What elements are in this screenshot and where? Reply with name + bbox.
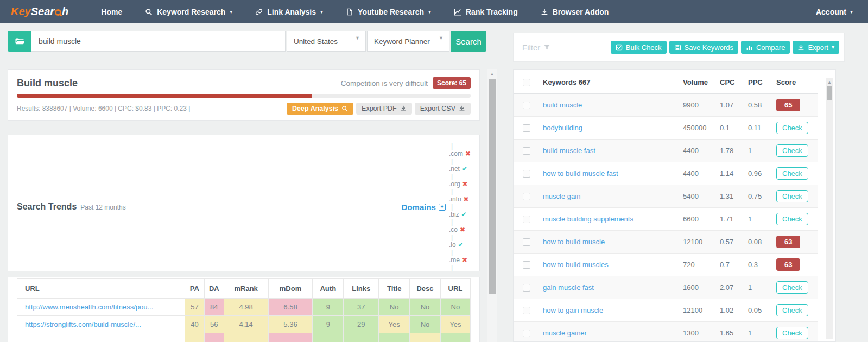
search-button[interactable]: Search [451, 31, 486, 52]
filter-toggle[interactable]: Filter [522, 43, 550, 52]
domain--com[interactable]: .com✖ [449, 150, 471, 157]
keyword-checkbox[interactable] [523, 147, 530, 155]
keyword-checkbox[interactable] [523, 238, 530, 246]
chart-line-icon [454, 8, 461, 16]
domains-toggle[interactable]: Domains + [402, 202, 446, 212]
compare-label: Compare [756, 43, 785, 52]
url-cell: http://www.menshealth.com/fitness/pou... [17, 299, 185, 316]
cross-icon: ✖ [460, 226, 465, 233]
separator: | [451, 142, 453, 150]
domain--io[interactable]: .io✔ [449, 241, 471, 249]
keyword-row: how to build muscle121000.570.0863 [514, 231, 818, 254]
ppc-cell: 0.75 [746, 185, 774, 208]
keyword-checkbox[interactable] [523, 284, 530, 292]
account-menu[interactable]: Account ▾ [816, 8, 868, 16]
keyword-link[interactable]: bodybuilding [543, 124, 582, 132]
compare-button[interactable]: Compare [741, 41, 790, 54]
result-url-link[interactable]: http://www.menshealth.com/fitness/pou... [25, 303, 153, 311]
keyword-link[interactable]: muscle gainer [543, 329, 587, 337]
check-score-button[interactable]: Check [776, 327, 808, 339]
keyword-search-input[interactable] [31, 31, 286, 52]
score-cell: Check [774, 322, 818, 342]
filter-label: Filter [522, 43, 540, 52]
domain--me[interactable]: .me✖ [449, 256, 471, 264]
nav-item-browser-addon[interactable]: Browser Addon [541, 8, 609, 16]
table-row: http://www.menshealth.com/fitness/pou...… [17, 299, 471, 316]
score-cell: Check [774, 208, 818, 231]
save-keywords-button[interactable]: Save Keywords [669, 41, 738, 54]
keyword-link[interactable]: build muscle fast [543, 147, 595, 155]
keywords-header-row: Keywords 667 Volume CPC PPC Score [514, 70, 818, 94]
country-select[interactable]: United States ▼ [287, 31, 366, 52]
metric-cell: 56 [204, 316, 224, 333]
domain-tld: .info [449, 195, 461, 203]
scroll-up-arrow-icon[interactable]: ▲ [826, 80, 833, 85]
metric-cell: No [379, 299, 410, 316]
cpc-cell: 0.1 [718, 117, 746, 140]
keyword-row: build muscle99001.070.5865 [514, 94, 818, 117]
keyword-cell: gain muscle fast [541, 276, 681, 299]
keyword-link[interactable]: gain muscle fast [543, 283, 594, 292]
check-score-button[interactable]: Check [776, 167, 808, 180]
logo-sear: Sear [31, 5, 54, 17]
check-score-button[interactable]: Check [776, 122, 808, 134]
keyword-row: gain muscle fast16002.071Check [514, 276, 818, 299]
keyword-link[interactable]: muscle gain [543, 192, 580, 200]
cpc-cell: 1.65 [718, 322, 746, 342]
domain--org[interactable]: .org✖ [449, 180, 471, 188]
nav-item-home[interactable]: Home [101, 8, 122, 16]
scrollbar-thumb[interactable] [489, 79, 496, 294]
keyword-checkbox[interactable] [523, 307, 530, 314]
check-score-button[interactable]: Check [776, 304, 808, 316]
keyword-checkbox[interactable] [523, 124, 530, 132]
nav-item-keyword-research[interactable]: Keyword Research▾ [145, 8, 232, 16]
trends-subtitle: Past 12 months [80, 204, 125, 211]
keyword-checkbox[interactable] [523, 216, 530, 223]
keyword-checkbox[interactable] [523, 102, 530, 109]
check-score-button[interactable]: Check [776, 213, 808, 225]
check-score-button[interactable]: Check [776, 144, 808, 157]
scrollbar-thumb[interactable] [827, 86, 832, 100]
scroll-up-arrow-icon[interactable]: ▲ [487, 72, 497, 77]
domain--info[interactable]: .info✖ [449, 195, 471, 203]
check-score-button[interactable]: Check [776, 190, 808, 202]
nav-item-link-analysis[interactable]: Link Analysis▾ [255, 8, 323, 16]
ppc-header: PPC [746, 70, 774, 94]
keyword-checkbox[interactable] [523, 330, 530, 337]
keyword-checkbox[interactable] [523, 261, 530, 269]
export-csv-button[interactable]: Export CSV [415, 103, 471, 115]
domain--net[interactable]: .net✔ [449, 165, 471, 173]
cpc-cell: 1.71 [718, 208, 746, 231]
keyword-link[interactable]: muscle building supplements [543, 215, 633, 223]
check-score-button[interactable]: Check [776, 281, 808, 294]
export-pdf-button[interactable]: Export PDF [356, 103, 412, 115]
bulk-check-button[interactable]: Bulk Check [611, 41, 667, 54]
deep-analysis-button[interactable]: Deep Analysis [287, 103, 353, 115]
keyword-link[interactable]: build muscle [543, 101, 582, 109]
cross-icon: ✖ [464, 195, 469, 203]
chevron-down-icon: ▾ [230, 9, 232, 15]
keyword-link[interactable]: how to build muscle [543, 238, 605, 246]
metric-cell: Yes [379, 316, 410, 333]
keyword-checkbox[interactable] [523, 193, 530, 200]
keysearch-logo[interactable]: KeySearh [0, 5, 83, 18]
keyword-link[interactable]: how to build muscles [543, 261, 609, 269]
checkbox-cell [514, 94, 541, 117]
separator: | [451, 157, 453, 165]
checkbox-cell [514, 162, 541, 185]
keywords-count-header: Keywords 667 [541, 70, 681, 94]
result-url-link[interactable]: https://stronglifts.com/build-muscle/... [25, 320, 141, 328]
domain--biz[interactable]: .biz✔ [449, 211, 471, 218]
nav-item-youtube-research[interactable]: Youtube Research▾ [346, 8, 431, 16]
keyword-checkbox[interactable] [523, 170, 530, 178]
keyword-link[interactable]: how to gain muscle [543, 306, 603, 314]
export-button[interactable]: Export▾ [793, 41, 839, 54]
domain--co[interactable]: .co✖ [449, 226, 471, 233]
keyword-link[interactable]: how to build muscle fast [543, 169, 618, 178]
plus-square-icon: + [439, 204, 446, 211]
cpc-cell: 0.57 [718, 231, 746, 254]
nav-item-rank-tracking[interactable]: Rank Tracking [454, 8, 518, 16]
source-select[interactable]: Keyword Planner ▼ [367, 31, 449, 52]
select-all-checkbox[interactable] [523, 79, 530, 86]
saved-lists-button[interactable] [8, 31, 31, 52]
